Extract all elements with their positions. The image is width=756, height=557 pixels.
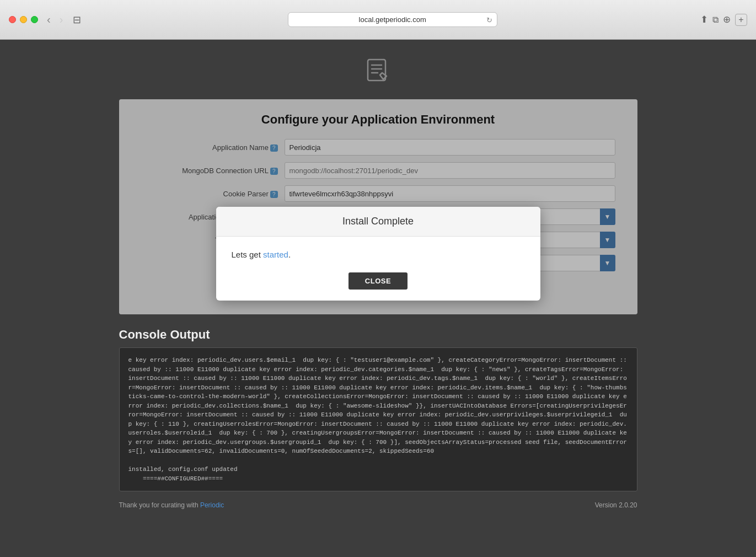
sidebar-toggle-button[interactable]: ⊟ bbox=[69, 13, 84, 27]
close-button[interactable]: CLOSE bbox=[348, 272, 408, 290]
modal-header: Install Complete bbox=[216, 207, 540, 237]
traffic-lights bbox=[9, 16, 38, 23]
footer-link[interactable]: Periodic bbox=[200, 501, 224, 509]
modal-overlay: Install Complete Lets get started. CLOSE bbox=[119, 99, 637, 314]
console-title: Console Output bbox=[119, 328, 637, 342]
configure-panel: Configure your Application Environment A… bbox=[119, 99, 637, 314]
forward-button[interactable]: › bbox=[57, 12, 66, 27]
footer: Thank you for curating with Periodic Ver… bbox=[119, 501, 637, 509]
reload-button[interactable]: ↻ bbox=[486, 15, 492, 24]
console-output: e key error index: periodic_dev.users.$e… bbox=[119, 347, 637, 491]
svg-rect-0 bbox=[368, 60, 385, 81]
browser-chrome: ‹ › ⊟ local.getperiodic.com ↻ ⬆ ⧉ ⊕ + bbox=[0, 0, 756, 40]
modal-text-after: . bbox=[288, 250, 291, 259]
footer-version: Version 2.0.20 bbox=[595, 501, 637, 509]
footer-text-before: Thank you for curating with bbox=[119, 501, 200, 509]
traffic-light-yellow[interactable] bbox=[20, 16, 27, 23]
new-tab-button[interactable]: + bbox=[735, 14, 747, 26]
modal-link-started[interactable]: started bbox=[263, 250, 288, 259]
traffic-light-red[interactable] bbox=[9, 16, 16, 23]
footer-text: Thank you for curating with Periodic bbox=[119, 501, 224, 509]
traffic-light-green[interactable] bbox=[31, 16, 38, 23]
duplicate-button[interactable]: ⧉ bbox=[712, 15, 719, 25]
address-bar-wrapper: local.getperiodic.com ↻ bbox=[89, 12, 696, 27]
modal-title: Install Complete bbox=[227, 216, 529, 227]
url-text: local.getperiodic.com bbox=[359, 15, 426, 24]
console-section: Console Output e key error index: period… bbox=[119, 328, 637, 491]
modal: Install Complete Lets get started. CLOSE bbox=[216, 207, 540, 301]
app-icon bbox=[362, 55, 394, 89]
modal-body: Lets get started. bbox=[216, 237, 540, 266]
back-button[interactable]: ‹ bbox=[45, 12, 53, 27]
download-button[interactable]: ⊕ bbox=[723, 14, 731, 25]
address-bar[interactable]: local.getperiodic.com ↻ bbox=[288, 12, 497, 27]
browser-actions: ⬆ ⧉ ⊕ + bbox=[700, 14, 747, 26]
main-content: Configure your Application Environment A… bbox=[0, 40, 756, 557]
modal-text-before: Lets get bbox=[232, 250, 264, 259]
share-button[interactable]: ⬆ bbox=[700, 14, 708, 25]
modal-footer: CLOSE bbox=[216, 266, 540, 301]
modal-body-text: Lets get started. bbox=[232, 250, 525, 259]
